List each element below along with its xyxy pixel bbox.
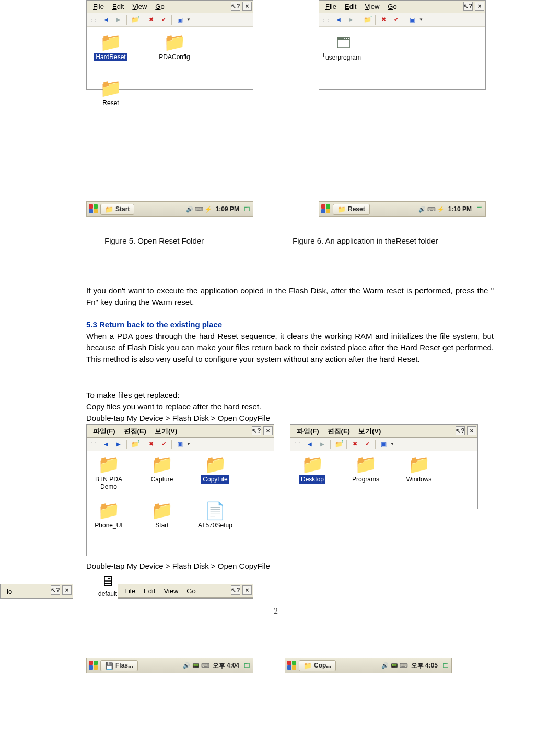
delete-button[interactable] [378, 15, 389, 25]
program-default[interactable]: default [97, 572, 119, 598]
taskbar-button-start[interactable]: Start [100, 204, 134, 215]
folder-programs[interactable]: Programs [347, 455, 384, 484]
forward-button[interactable] [345, 15, 357, 25]
close-icon[interactable]: × [475, 2, 484, 11]
volume-icon[interactable] [418, 205, 426, 213]
folder-btn-pda-demo[interactable]: BTN PDA Demo [90, 455, 127, 491]
taskbar-button-flas[interactable]: Flas... [100, 660, 138, 671]
views-button[interactable]: ▼ [378, 439, 394, 450]
keyboard-icon[interactable] [201, 661, 209, 670]
menu-edit[interactable]: Edit [108, 2, 128, 11]
menu-view[interactable]: 보기(V) [354, 426, 385, 436]
keyboard-icon[interactable] [427, 205, 436, 213]
close-icon[interactable]: × [242, 585, 252, 595]
up-folder-button[interactable] [361, 15, 373, 25]
taskbar-button-reset[interactable]: Reset [333, 204, 370, 215]
context-help-icon[interactable]: ↖? [252, 426, 261, 435]
menu-edit[interactable]: 편집(E) [323, 426, 354, 436]
menu-file[interactable]: 파일(F) [89, 426, 120, 436]
context-help-icon[interactable]: ↖? [231, 585, 240, 595]
close-icon[interactable]: × [62, 585, 72, 595]
desktop-icon[interactable] [242, 205, 251, 213]
menu-go[interactable]: Go [383, 2, 401, 11]
close-icon[interactable]: × [263, 426, 273, 435]
windows-logo-icon[interactable] [321, 204, 331, 214]
views-button[interactable]: ▼ [174, 439, 191, 450]
menu-go[interactable]: Go [151, 2, 168, 11]
figure6-taskbar: Reset 1:10 PM [319, 201, 486, 217]
context-help-icon[interactable]: ↖? [456, 426, 465, 435]
pda-icon[interactable] [192, 661, 200, 670]
forward-button[interactable] [113, 15, 124, 25]
folder-desktop[interactable]: Desktop [294, 455, 331, 484]
folder-hardreset[interactable]: HardReset [92, 33, 130, 61]
menu-file[interactable]: File [120, 587, 139, 595]
desktop-icon[interactable] [242, 661, 251, 670]
properties-button[interactable] [390, 15, 402, 25]
properties-button[interactable] [361, 439, 373, 450]
forward-button[interactable] [317, 439, 328, 450]
folder-start[interactable]: Start [143, 501, 181, 530]
windows-logo-icon[interactable] [89, 661, 98, 670]
views-button[interactable]: ▼ [174, 15, 191, 25]
close-icon[interactable]: × [242, 2, 252, 11]
file-at570setup[interactable]: AT570Setup [196, 501, 234, 530]
folder-capture[interactable]: Capture [143, 455, 181, 491]
clock[interactable]: 1:09 PM [214, 205, 241, 213]
keyboard-icon[interactable] [400, 661, 408, 670]
taskbar-button-cop[interactable]: Cop... [299, 660, 336, 671]
context-help-icon[interactable]: ↖? [231, 2, 240, 11]
windows-logo-icon[interactable] [287, 661, 297, 670]
clock[interactable]: 오후 4:05 [409, 661, 440, 670]
folder-windows[interactable]: Windows [400, 455, 438, 484]
taskbar-button-label: Reset [348, 205, 365, 213]
volume-icon[interactable] [182, 661, 191, 670]
volume-icon[interactable] [185, 205, 194, 213]
folder-phone-ui[interactable]: Phone_UI [90, 501, 127, 530]
folder-copyfile[interactable]: CopyFile [196, 455, 234, 491]
close-icon[interactable]: × [467, 426, 476, 435]
clock[interactable]: 오후 4:04 [211, 661, 241, 670]
menu-file[interactable]: FFileile [89, 2, 108, 11]
program-userprogram[interactable]: userprogram [324, 33, 362, 62]
menu-go-fragment[interactable]: io [3, 587, 16, 596]
context-help-icon[interactable]: ↖? [463, 2, 473, 11]
volume-icon[interactable] [381, 661, 389, 670]
up-folder-button[interactable] [333, 439, 344, 450]
up-folder-button[interactable] [129, 15, 141, 25]
system-tray: 1:10 PM [418, 205, 483, 213]
keyboard-icon[interactable] [195, 205, 203, 213]
back-button[interactable] [100, 15, 112, 25]
menu-view[interactable]: View [128, 2, 151, 11]
back-button[interactable] [304, 439, 316, 450]
menu-view[interactable]: 보기(V) [150, 426, 181, 436]
menu-edit[interactable]: Edit [341, 2, 360, 11]
back-button[interactable] [100, 439, 112, 450]
forward-button[interactable] [113, 439, 124, 450]
delete-button[interactable] [145, 15, 157, 25]
menu-view[interactable]: View [360, 2, 383, 11]
menu-go[interactable]: Go [182, 587, 200, 595]
windows-logo-icon[interactable] [89, 204, 98, 214]
context-help-icon[interactable]: ↖? [51, 585, 60, 595]
menu-edit[interactable]: Edit [139, 587, 159, 595]
power-icon[interactable] [204, 205, 213, 213]
menu-view[interactable]: View [159, 587, 182, 595]
power-icon[interactable] [437, 205, 445, 213]
delete-button[interactable] [145, 439, 157, 450]
desktop-icon[interactable] [475, 205, 483, 213]
properties-button[interactable] [158, 15, 169, 25]
properties-button[interactable] [158, 439, 169, 450]
desktop-icon[interactable] [441, 661, 449, 670]
folder-pdaconfig[interactable]: PDAConfig [156, 33, 193, 61]
menu-file[interactable]: 파일(F) [293, 426, 323, 436]
back-button[interactable] [333, 15, 344, 25]
menu-edit[interactable]: 편집(E) [120, 426, 150, 436]
delete-button[interactable] [349, 439, 360, 450]
pda-icon[interactable] [390, 661, 399, 670]
clock[interactable]: 1:10 PM [446, 205, 474, 213]
views-button[interactable]: ▼ [406, 15, 423, 25]
up-folder-button[interactable] [129, 439, 141, 450]
menu-file[interactable]: File [321, 2, 341, 11]
folder-reset[interactable]: Reset [92, 79, 130, 107]
